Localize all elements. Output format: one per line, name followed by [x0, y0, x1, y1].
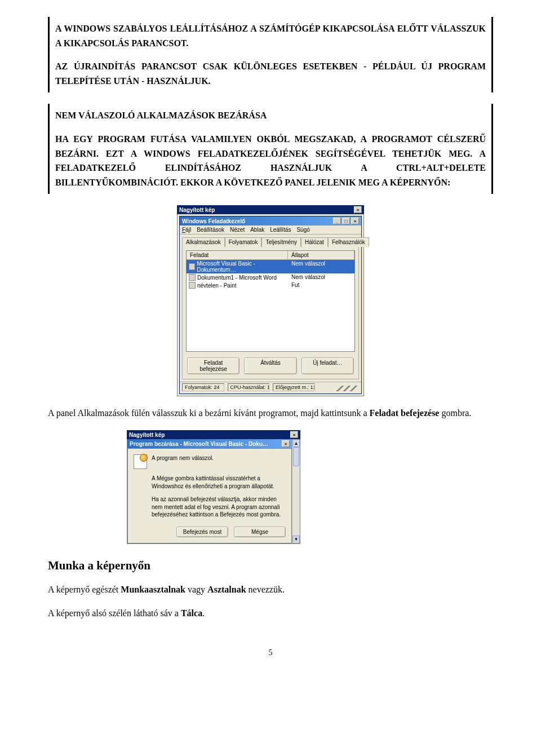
- outer-title-text: Nagyított kép: [129, 432, 165, 438]
- dialog-text: A Mégse gombra kattintással visszatérhet…: [152, 475, 286, 490]
- column-task[interactable]: Feladat: [187, 251, 288, 259]
- statusbar: Folyamatok: 24 CPU-használat: 100% Elője…: [180, 382, 361, 392]
- menu-item[interactable]: Leállítás: [270, 227, 291, 233]
- outer-titlebar: Nagyított kép ×: [177, 205, 364, 214]
- dialog-text: A program nem válaszol.: [152, 454, 286, 462]
- status-processes: Folyamatok: 24: [182, 383, 224, 391]
- scroll-thumb[interactable]: [293, 447, 299, 466]
- task-manager-screenshot: Nagyított kép × Windows Feladatkezelő _ …: [177, 205, 364, 396]
- para: HA EGY PROGRAM FUTÁSA VALAMILYEN OKBÓL M…: [55, 132, 486, 189]
- close-icon[interactable]: ×: [290, 431, 298, 438]
- dialog-titlebar: Program bezárása - Microsoft Visual Basi…: [127, 439, 292, 448]
- tabs: Alkalmazások Folyamatok Teljesítmény Hál…: [180, 235, 361, 246]
- status-cpu: CPU-használat: 100%: [228, 383, 270, 391]
- close-icon[interactable]: ×: [282, 440, 290, 447]
- minimize-icon[interactable]: _: [333, 218, 341, 224]
- app-icon: [189, 263, 195, 270]
- titlebar: Windows Feladatkezelő _ □ ×: [180, 216, 361, 226]
- tab-applications[interactable]: Alkalmazások: [182, 237, 225, 247]
- menu-item[interactable]: Súgó: [296, 227, 309, 233]
- title-text: Windows Feladatkezelő: [182, 218, 245, 224]
- status-memory: Előjegyzett m.: 116508K / 315204K: [273, 383, 315, 391]
- page-number: 5: [48, 648, 493, 657]
- end-program-dialog-screenshot: Nagyított kép × Program bezárása - Micro…: [127, 430, 300, 544]
- dialog-title-text: Program bezárása - Microsoft Visual Basi…: [130, 441, 268, 447]
- outer-titlebar: Nagyított kép ×: [127, 430, 300, 439]
- emphasis-block-1: A WINDOWS SZABÁLYOS LEÁLLÍTÁSÁHOZ A SZÁM…: [48, 17, 493, 92]
- list-item[interactable]: névtelen - Paint Fut: [187, 281, 354, 289]
- dialog-text: Ha az azonnali befejezést választja, akk…: [152, 496, 286, 519]
- tab-network[interactable]: Hálózat: [301, 237, 328, 247]
- app-icon: [189, 282, 196, 289]
- resize-grip-icon[interactable]: [318, 386, 360, 391]
- menu-item[interactable]: FFájlájl: [182, 227, 191, 233]
- section-heading: Munka a képernyőn: [48, 559, 493, 573]
- close-icon[interactable]: ×: [354, 206, 362, 213]
- end-task-button[interactable]: Feladat befejezése: [187, 357, 240, 374]
- column-status[interactable]: Állapot: [288, 251, 354, 259]
- para: A képernyő egészét Munkaasztalnak vagy A…: [48, 583, 493, 596]
- scroll-up-icon[interactable]: ▲: [292, 439, 300, 447]
- menu-item[interactable]: Ablak: [250, 227, 264, 233]
- tab-performance[interactable]: Teljesítmény: [261, 237, 301, 247]
- switch-to-button[interactable]: Átváltás: [244, 357, 296, 374]
- para: AZ ÚJRAINDÍTÁS PARANCSOT CSAK KÜLÖNLEGES…: [55, 59, 486, 88]
- menubar: FFájlájl Beállítások Nézet Ablak Leállít…: [180, 226, 361, 235]
- menu-item[interactable]: Beállítások: [197, 227, 224, 233]
- emphasis-block-2: NEM VÁLASZOLÓ ALKALMAZÁSOK BEZÁRÁSA HA E…: [48, 104, 493, 194]
- warning-program-icon: [134, 454, 147, 469]
- para: A képernyő alsó szélén látható sáv a Tál…: [48, 607, 493, 620]
- scroll-down-icon[interactable]: ▼: [292, 536, 300, 543]
- scrollbar[interactable]: ▲ ▼: [292, 439, 300, 543]
- list-item[interactable]: Microsoft Visual Basic - Dokumentum… Nem…: [187, 260, 354, 273]
- new-task-button[interactable]: Új feladat…: [301, 357, 354, 374]
- para: A panel Alkalmazások fülén válasszuk ki …: [48, 406, 493, 420]
- maximize-icon[interactable]: □: [342, 218, 350, 224]
- cancel-button[interactable]: Mégse: [234, 527, 286, 537]
- menu-item[interactable]: Nézet: [230, 227, 245, 233]
- subheading: NEM VÁLASZOLÓ ALKALMAZÁSOK BEZÁRÁSA: [55, 108, 486, 123]
- end-now-button[interactable]: Befejezés most: [176, 527, 228, 537]
- list-item[interactable]: Dokumentum1 - Microsoft Word Nem válaszo…: [187, 273, 354, 281]
- outer-title-text: Nagyított kép: [179, 207, 215, 213]
- application-list[interactable]: Feladat Állapot Microsoft Visual Basic -…: [186, 250, 355, 352]
- close-icon[interactable]: ×: [351, 218, 359, 224]
- para: A WINDOWS SZABÁLYOS LEÁLLÍTÁSÁHOZ A SZÁM…: [55, 21, 486, 50]
- tab-processes[interactable]: Folyamatok: [225, 237, 262, 247]
- tab-users[interactable]: Felhasználók: [328, 237, 369, 247]
- app-icon: [189, 274, 196, 281]
